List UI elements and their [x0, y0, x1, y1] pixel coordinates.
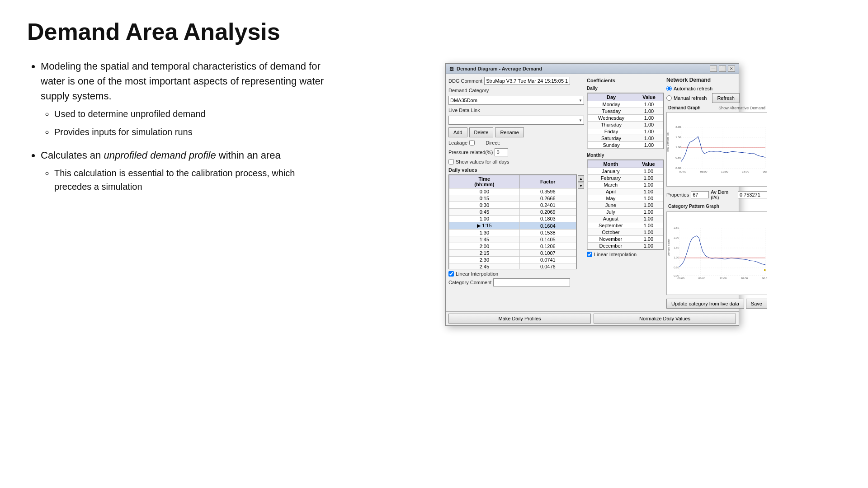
daily-values-table-scroll[interactable]: Time(hh:mm) Factor 0:00 0.3596 0:15 0.26…: [448, 174, 577, 269]
month-value-cell: 1.00: [634, 182, 663, 188]
normalize-daily-values-button[interactable]: Normalize Daily Values: [594, 314, 736, 324]
x-6: 06:00: [700, 170, 708, 173]
daily-table-row[interactable]: ▶ 1:15 0.1604: [449, 222, 576, 230]
pressure-row: Pressure-related(%): [448, 148, 584, 156]
make-daily-profiles-button[interactable]: Make Daily Profiles: [448, 314, 591, 324]
time-cell: 0:45: [449, 209, 520, 216]
cy-1.00: 1.00: [674, 256, 679, 259]
bullet-1: Modeling the spatial and temporal charac…: [41, 59, 326, 139]
category-pattern-graph: 2.50 2.00 1.50 1.00 0.50 0.00 Demand Fac…: [666, 211, 767, 295]
av-dem-input[interactable]: [738, 191, 767, 198]
automatic-refresh-label: Automatic refresh: [674, 86, 712, 91]
day-value-cell: 1.00: [635, 128, 663, 135]
cy-1.50: 1.50: [674, 246, 679, 249]
pressure-input[interactable]: [495, 148, 508, 156]
month-cell: May: [588, 195, 634, 202]
monthly-coeff-row: March1.00: [588, 182, 663, 188]
month-cell: October: [588, 229, 634, 236]
month-value-cell: 1.00: [634, 216, 663, 222]
update-category-button[interactable]: Update category from live data: [666, 299, 744, 309]
direct-label: Direct:: [486, 140, 500, 145]
ddg-comment-input[interactable]: [484, 77, 570, 85]
close-button[interactable]: ✕: [728, 66, 735, 72]
cy-axis-title: Demand Factor: [667, 239, 670, 256]
bullet-2: Calculates an unprofiled demand profile …: [41, 148, 326, 193]
month-value-cell: 1.00: [634, 222, 663, 229]
daily-table-row[interactable]: 2:15 0.1007: [449, 250, 576, 257]
show-alt-demand-label: Show Alternative Demand: [718, 106, 765, 110]
live-data-arrow: ▼: [579, 118, 582, 122]
dropdown-arrow: ▼: [579, 99, 582, 103]
daily-table-row[interactable]: 2:00 0.1206: [449, 243, 576, 250]
leakage-row: Leakage Direct:: [448, 140, 584, 145]
leakage-label: Leakage: [448, 140, 467, 145]
month-cell: July: [588, 209, 634, 216]
time-cell: 2:15: [449, 250, 520, 257]
monthly-coeff-row: November1.00: [588, 236, 663, 243]
slide-text: Modeling the spatial and temporal charac…: [27, 59, 326, 474]
dialog-icon: 🖼: [449, 66, 454, 71]
demand-category-dropdown[interactable]: DMA35Dom ▼: [448, 96, 584, 105]
linear-interp-daily-checkbox[interactable]: [448, 271, 454, 277]
monthly-coeff-row: August1.00: [588, 216, 663, 222]
dialog-window: 🖼 Demand Diagram - Average Demand — ⬜ ✕: [445, 63, 739, 326]
dialog-titlebar: 🖼 Demand Diagram - Average Demand — ⬜ ✕: [446, 64, 739, 74]
linear-interp-monthly-label: Linear Interpolation: [594, 252, 637, 257]
monthly-coeff-row: April1.00: [588, 188, 663, 195]
sub-bullet-1-1: Used to determine unprofiled demand: [54, 107, 326, 121]
daily-table-row[interactable]: 0:00 0.3596: [449, 188, 576, 195]
month-cell: February: [588, 175, 634, 182]
time-cell: 1:00: [449, 216, 520, 222]
daily-table-row[interactable]: 1:45 0.1405: [449, 236, 576, 243]
refresh-button[interactable]: Refresh: [712, 93, 740, 103]
live-data-dropdown[interactable]: ▼: [448, 116, 584, 125]
daily-table-container: Time(hh:mm) Factor 0:00 0.3596 0:15 0.26…: [448, 174, 584, 269]
cy-2.50: 2.50: [674, 226, 679, 229]
cx-12: 12:00: [720, 277, 727, 280]
scroll-down-button[interactable]: ▼: [578, 183, 584, 189]
month-value-cell: 1.00: [634, 175, 663, 182]
factor-cell: 0.1007: [519, 250, 576, 257]
save-button[interactable]: Save: [746, 299, 767, 309]
time-cell: 2:00: [449, 243, 520, 250]
linear-interp-daily-label: Linear Interpolation: [456, 271, 498, 277]
restore-button[interactable]: ⬜: [719, 66, 726, 72]
x-12: 12:00: [721, 170, 728, 173]
delete-button[interactable]: Delete: [469, 127, 494, 137]
category-comment-input[interactable]: [493, 278, 570, 286]
add-button[interactable]: Add: [448, 127, 467, 137]
category-data-line: [679, 236, 766, 267]
month-value-cell: 1.00: [634, 236, 663, 243]
daily-table-row[interactable]: 0:30 0.2401: [449, 202, 576, 209]
leakage-checkbox[interactable]: [469, 140, 475, 145]
daily-table-row[interactable]: 0:15 0.2666: [449, 195, 576, 202]
month-value-cell: 1.00: [634, 229, 663, 236]
demand-category-label: Demand Category: [448, 88, 489, 93]
y-axis-1.50: 1.50: [675, 136, 681, 139]
rename-button[interactable]: Rename: [495, 127, 524, 137]
cx-6: 06:00: [698, 277, 706, 280]
scroll-up-button[interactable]: ▲: [578, 175, 584, 182]
monthly-coeff-row: June1.00: [588, 202, 663, 209]
bottom-buttons: Make Daily Profiles Normalize Daily Valu…: [446, 311, 739, 325]
factor-cell: 0.2069: [519, 209, 576, 216]
x-0: 00:00: [679, 170, 687, 173]
av-dem-label: Av Dem (l/s): [711, 189, 736, 200]
manual-refresh-radio[interactable]: [666, 95, 672, 101]
properties-input[interactable]: [691, 191, 709, 198]
linear-interp-monthly-checkbox[interactable]: [587, 252, 592, 257]
daily-table-row[interactable]: 1:00 0.1803: [449, 216, 576, 222]
daily-table-row[interactable]: 1:30 0.1538: [449, 230, 576, 236]
daily-table-row[interactable]: 2:45 0.0476: [449, 263, 576, 270]
daily-coeff-row: Friday1.00: [588, 128, 663, 135]
category-chart-svg: 2.50 2.00 1.50 1.00 0.50 0.00 Demand Fac…: [667, 212, 767, 295]
factor-header: Factor: [519, 175, 576, 188]
daily-table-row[interactable]: 2:30 0.0741: [449, 257, 576, 263]
show-values-checkbox[interactable]: [448, 159, 454, 164]
daily-table-row[interactable]: 0:45 0.2069: [449, 209, 576, 216]
minimize-button[interactable]: —: [710, 66, 717, 72]
month-cell: March: [588, 182, 634, 188]
left-panel: DDG Comment Demand Category DMA35Dom ▼: [448, 77, 584, 309]
day-cell: Saturday: [588, 135, 635, 142]
automatic-refresh-radio[interactable]: [666, 86, 672, 91]
